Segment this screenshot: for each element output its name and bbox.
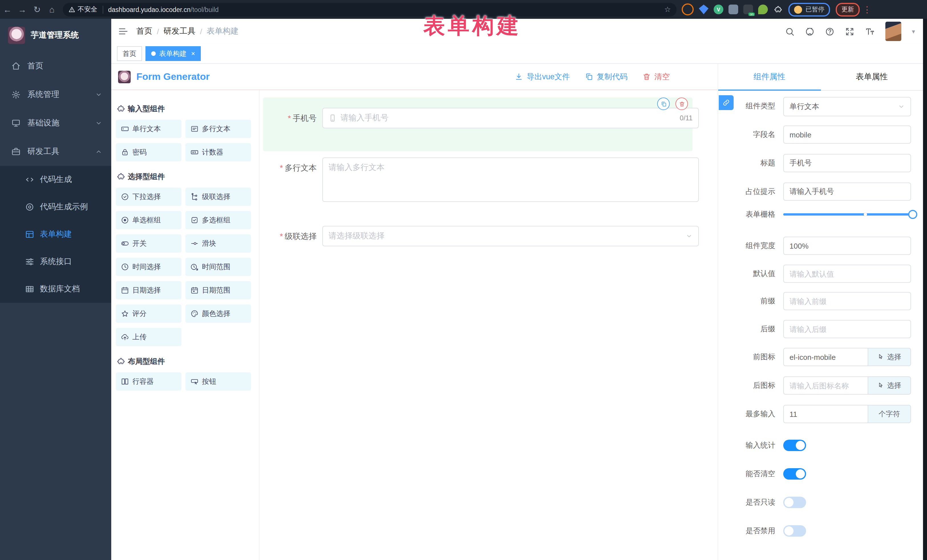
field-name-input[interactable] [783,126,911,144]
component-item-time-range[interactable]: 时间范围 [185,258,251,276]
component-item-time-picker[interactable]: 时间选择 [116,258,181,276]
canvas-field-mobile[interactable]: *手机号 请输入手机号 0/11 [263,97,693,151]
component-item-single-text[interactable]: 单行文本 [116,120,181,138]
extension-icon-5[interactable] [758,5,768,14]
component-item-date-range[interactable]: 日期范围 [185,281,251,299]
suffix-icon-input[interactable] [783,376,868,395]
component-item-row-container[interactable]: 行容器 [116,372,181,391]
forward-icon[interactable]: → [15,5,30,14]
extension-icon-4[interactable]: on [743,5,753,14]
default-value-input[interactable] [783,265,911,283]
app-logo[interactable]: 芋道管理系统 [0,19,111,52]
textarea-input[interactable]: 请输入多行文本 [322,157,699,202]
component-type-select[interactable]: 单行文本 [783,97,911,116]
component-item-multi-text[interactable]: 多行文本 [185,120,251,138]
reload-icon[interactable]: ↻ [30,4,44,15]
component-item-counter[interactable]: 计数器 [185,143,251,161]
font-size-icon[interactable] [865,26,875,36]
chevron-down-icon [95,120,102,127]
search-icon[interactable] [785,27,795,36]
component-item-select[interactable]: 下拉选择 [116,188,181,206]
suffix-icon-select-button[interactable]: 选择 [868,376,911,395]
sidebar-item-devtools[interactable]: 研发工具 [0,137,111,166]
tag-form-builder[interactable]: 表单构建 × [146,46,201,61]
profile-paused-badge[interactable]: 已暂停 [789,3,830,16]
prefix-icon-input[interactable] [783,348,868,366]
component-item-upload[interactable]: 上传 [116,328,181,346]
more-menu-icon[interactable]: ⋮ [860,4,874,15]
input-stat-toggle[interactable] [783,440,806,451]
title-input[interactable] [783,154,911,172]
sliders-icon [25,257,34,266]
duplicate-field-button[interactable] [657,97,670,110]
copy-code-button[interactable]: 复制代码 [585,71,628,82]
slider-handle[interactable] [908,210,917,219]
security-warning[interactable]: 不安全 [68,5,97,14]
max-length-input[interactable] [783,405,868,423]
sidebar-item-form-builder[interactable]: 表单构建 [0,221,111,248]
user-avatar[interactable] [886,22,902,41]
disabled-toggle[interactable] [783,525,806,537]
form-grid-slider[interactable] [783,213,913,216]
avatar-caret-icon[interactable]: ▾ [912,28,915,35]
hamburger-icon[interactable] [118,26,128,36]
sidebar-item-codegen[interactable]: 代码生成 [0,166,111,193]
page-scrollbar[interactable] [923,19,927,560]
breadcrumb-home[interactable]: 首页 [136,26,152,36]
prop-label: 前图标 [718,348,775,366]
extension-icon-2[interactable] [699,5,708,14]
clear-button[interactable]: 清空 [642,71,670,82]
component-item-button[interactable]: 按钮 [185,372,251,391]
cascader-select[interactable]: 请选择级联选择 [322,226,699,246]
component-item-slider[interactable]: 滑块 [185,234,251,253]
extension-icon-3[interactable] [728,5,738,14]
clearable-toggle[interactable] [783,468,806,480]
components-panel: 输入型组件 单行文本 多行文本 密码 计数器 选择型组件 下拉选择 级联选择 单… [111,90,260,560]
update-button[interactable]: 更新 [836,3,860,16]
home-icon [11,62,21,71]
tag-close-icon[interactable]: × [191,50,195,58]
mobile-input[interactable]: 请输入手机号 0/11 [322,108,699,128]
component-item-switch[interactable]: 开关 [116,234,181,253]
component-item-rate[interactable]: 评分 [116,305,181,323]
toggle-knob [784,527,793,536]
browser-home-icon[interactable]: ⌂ [44,5,59,14]
sidebar-item-codegen-demo[interactable]: 代码生成示例 [0,193,111,221]
back-icon[interactable]: ← [0,5,15,14]
export-vue-button[interactable]: 导出vue文件 [515,71,570,82]
readonly-toggle[interactable] [783,497,806,508]
breadcrumb-devtools[interactable]: 研发工具 [163,26,195,36]
component-width-input[interactable] [783,237,911,255]
delete-field-button[interactable] [675,97,688,110]
sidebar-item-home[interactable]: 首页 [0,52,111,80]
component-item-password[interactable]: 密码 [116,143,181,161]
sidebar-item-system-api[interactable]: 系统接口 [0,248,111,275]
component-item-color-picker[interactable]: 颜色选择 [185,305,251,323]
prefix-input[interactable] [783,292,911,310]
suffix-input[interactable] [783,320,911,338]
help-icon[interactable] [825,27,835,36]
textarea-icon [190,125,199,133]
sidebar-item-db-doc[interactable]: 数据库文档 [0,275,111,303]
extension-icon-1[interactable] [682,3,694,15]
sidebar-item-system[interactable]: 系统管理 [0,80,111,109]
tab-form-props[interactable]: 表单属性 [821,64,923,90]
fullscreen-icon[interactable] [845,27,855,36]
component-item-cascader[interactable]: 级联选择 [185,188,251,206]
tag-home[interactable]: 首页 [117,46,142,61]
vue-devtools-icon[interactable]: V [714,5,723,14]
sidebar-item-infra[interactable]: 基础设施 [0,109,111,137]
placeholder-input[interactable] [783,182,911,201]
prefix-icon-select-button[interactable]: 选择 [868,348,911,366]
canvas-field-textarea[interactable]: *多行文本 请输入多行文本 [263,155,693,204]
bookmark-star-icon[interactable]: ☆ [664,5,671,14]
extensions-puzzle-icon[interactable] [773,5,783,14]
tab-component-props[interactable]: 组件属性 [718,64,821,90]
address-bar[interactable]: 不安全 dashboard.yudao.iocoder.cn /tool/bui… [63,3,676,16]
component-item-radio-group[interactable]: 单选框组 [116,211,181,229]
github-icon[interactable] [805,27,815,36]
component-item-checkbox-group[interactable]: 多选框组 [185,211,251,229]
canvas-field-cascader[interactable]: *级联选择 请选择级联选择 [263,225,693,247]
form-canvas[interactable]: *手机号 请输入手机号 0/11 *多行文本 请输入多行文本 *级联选择 请选择… [260,90,718,560]
component-item-date-picker[interactable]: 日期选择 [116,281,181,299]
